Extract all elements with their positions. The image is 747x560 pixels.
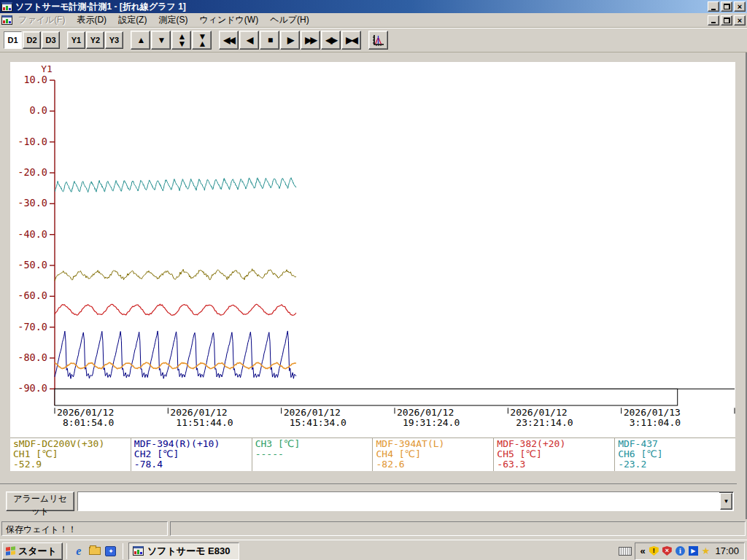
minimize-icon	[711, 9, 716, 10]
tool-button-d1[interactable]: D1	[4, 31, 22, 49]
taskbar: スタート e ✦ ソフトサーモ E830 « ! × i ▶ ★ 17:00	[0, 540, 747, 560]
tool-button-y2[interactable]: Y2	[86, 31, 104, 49]
view-buttons: D1D2D3Y1Y2Y3	[4, 31, 124, 49]
combo-dropdown-button[interactable]: ▼	[720, 493, 732, 510]
status-panel-right	[170, 521, 746, 536]
legend-sensor-name: MDF-394(R)(+10)	[134, 439, 249, 449]
tool-button-d2[interactable]: D2	[23, 31, 41, 49]
star-tray-icon[interactable]: ★	[702, 546, 711, 556]
y-axis-tick-label: -30.0	[18, 197, 47, 209]
compress-vertical-button[interactable]: ▼▲	[192, 31, 212, 50]
legend-channel-value: -78.4	[134, 459, 249, 470]
task-button-label: ソフトサーモ E830	[147, 545, 231, 558]
legend-sensor-name: MDF-437	[618, 439, 732, 449]
y-axis-tick-label: -10.0	[18, 136, 47, 147]
close-button[interactable]: ×	[734, 1, 746, 12]
restore-icon	[724, 4, 730, 9]
windows-logo-icon	[6, 546, 15, 555]
step-left-button[interactable]: ◀	[239, 31, 259, 50]
compress-horizontal-button[interactable]: ▶◀	[341, 31, 361, 50]
legend-sensor-name: MDF-382(+20)	[497, 439, 611, 449]
menu-item-2[interactable]: 設定(Z)	[112, 12, 152, 28]
legend-sensor-name: MDF-394AT(L)	[376, 439, 490, 449]
y-axis-tick-label: -90.0	[18, 382, 47, 394]
minimize-button[interactable]	[708, 1, 719, 12]
legend-channel-label: CH5 [℃]	[497, 449, 611, 459]
tray-expand-chevron[interactable]: «	[640, 545, 646, 556]
child-minimize-button[interactable]	[708, 15, 719, 26]
x-axis-date-label: 2026/01/13	[624, 407, 681, 418]
x-axis-time-label: 11:51:44.0	[176, 417, 233, 428]
status-message: 保存ウェイト！！	[1, 521, 168, 536]
step-right-button[interactable]: ▶	[280, 31, 300, 50]
series-line-ch1	[55, 269, 296, 281]
security-error-icon[interactable]: ×	[662, 546, 672, 556]
shift-up-button[interactable]: ▲	[131, 31, 150, 50]
menu-item-3[interactable]: 測定(S)	[152, 12, 193, 28]
graph-settings-icon	[371, 34, 385, 47]
app-icon	[133, 546, 144, 556]
x-axis-date-label: 2026/01/12	[57, 407, 114, 418]
child-close-button[interactable]: ×	[734, 15, 746, 26]
series-line-ch4	[55, 362, 296, 369]
alarm-reset-button[interactable]: アラームリセット	[6, 491, 74, 511]
quick-launch-app-icon[interactable]: ✦	[104, 544, 118, 559]
child-minimize-icon	[711, 22, 716, 23]
legend-channel-label: CH1 [℃]	[13, 449, 128, 459]
fast-rewind-button[interactable]: ◀◀	[219, 31, 239, 50]
series-line-ch6	[55, 178, 296, 192]
keyboard-layout-icon[interactable]	[619, 547, 632, 556]
y-axis-tick-label: -60.0	[18, 289, 47, 301]
internet-explorer-icon[interactable]: e	[71, 544, 86, 559]
show-desktop-icon[interactable]	[88, 544, 102, 559]
taskbar-separator	[66, 543, 67, 559]
menu-item-5[interactable]: ヘルプ(H)	[264, 12, 315, 28]
graph-settings-button[interactable]	[368, 31, 388, 50]
nav-buttons: ▲▼▲▼▼▲◀◀◀■▶▶▶◀▶▶◀	[131, 31, 362, 50]
menu-item-1[interactable]: 表示(D)	[71, 12, 112, 28]
taskbar-task-button[interactable]: ソフトサーモ E830	[128, 542, 239, 560]
tool-button-y1[interactable]: Y1	[67, 31, 85, 49]
y-axis-tick-label: 0.0	[30, 104, 47, 116]
tool-button-d3[interactable]: D3	[42, 31, 60, 49]
restore-button[interactable]	[721, 1, 732, 12]
legend-channel-value: -63.3	[497, 459, 611, 470]
x-axis-date-label: 2026/01/12	[284, 407, 341, 418]
series-line-ch2	[55, 331, 296, 378]
channel-legend: sMDF-DC200V(+30) CH1 [℃] -52.9 MDF-394(R…	[10, 438, 735, 471]
system-tray: « ! × i ▶ ★ 17:00	[635, 542, 745, 560]
alarm-combo-input[interactable]	[78, 492, 719, 510]
y-axis-tick-label: -20.0	[18, 166, 47, 178]
child-restore-button[interactable]	[721, 15, 732, 26]
taskbar-clock: 17:00	[715, 545, 739, 556]
x-axis-date-label: 2026/01/12	[397, 407, 454, 418]
menu-item-4[interactable]: ウィンドウ(W)	[193, 12, 264, 28]
info-balloon-icon[interactable]: i	[676, 546, 685, 556]
status-bar: 保存ウェイト！！	[0, 519, 747, 538]
compress-vertical-icon: ▲	[198, 39, 206, 48]
legend-channel-3: CH3 [℃] -----	[252, 438, 374, 471]
y-axis-tick-label: -70.0	[18, 321, 47, 332]
expand-horizontal-button[interactable]: ◀▶	[321, 31, 341, 50]
x-axis-time-label: 23:21:14.0	[516, 417, 573, 428]
security-warning-icon[interactable]: !	[649, 546, 659, 556]
legend-channel-6: MDF-437 CH6 [℃] -23.2	[615, 438, 735, 471]
stop-button[interactable]: ■	[260, 31, 279, 50]
start-button[interactable]: スタート	[2, 542, 63, 560]
legend-channel-value: -----	[255, 449, 370, 459]
fast-forward-button[interactable]: ▶▶	[301, 31, 320, 50]
tool-button-y3[interactable]: Y3	[105, 31, 123, 49]
alarm-combobox[interactable]: ▼	[77, 491, 734, 511]
legend-channel-4: MDF-394AT(L) CH4 [℃] -82.6	[373, 438, 494, 471]
shift-down-button[interactable]: ▼	[151, 31, 171, 50]
toolbar: D1D2D3Y1Y2Y3 ▲▼▲▼▼▲◀◀◀■▶▶▶◀▶▶◀	[0, 28, 747, 52]
legend-channel-value: -52.9	[13, 459, 128, 470]
legend-channel-1: sMDF-DC200V(+30) CH1 [℃] -52.9	[10, 438, 131, 471]
title-bar: ソフトサーモ計測-計測1 - [折れ線グラフ 1] ×	[0, 0, 747, 13]
media-tray-icon[interactable]: ▶	[689, 546, 698, 556]
menu-bar: ファイル(F)表示(D)設定(Z)測定(S)ウィンドウ(W)ヘルプ(H) ×	[0, 13, 747, 28]
scroll-range-box[interactable]	[55, 389, 678, 405]
expand-vertical-button[interactable]: ▲▼	[171, 31, 191, 50]
app-icon	[1, 2, 12, 12]
child-window-icon[interactable]	[1, 15, 12, 25]
